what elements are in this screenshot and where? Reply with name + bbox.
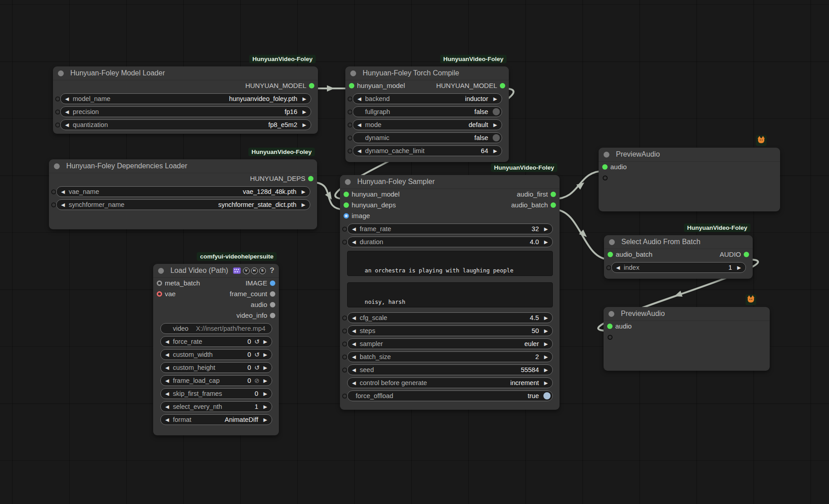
decrement-arrow-icon[interactable] — [352, 365, 356, 375]
widget-socket[interactable] — [342, 394, 347, 399]
widget-frame-rate[interactable]: frame_rate 32 — [347, 224, 553, 234]
increment-arrow-icon[interactable] — [303, 120, 306, 130]
decrement-arrow-icon[interactable] — [65, 107, 69, 117]
widget-socket[interactable] — [342, 240, 347, 245]
widget-fullgraph[interactable]: fullgraph false — [353, 106, 502, 117]
widget-model-name[interactable]: model_name hunyuanvideo_foley.pth — [60, 93, 311, 104]
increment-arrow-icon[interactable] — [544, 352, 548, 362]
widget-synchformer-name[interactable]: synchformer_name synchformer_state_dict.… — [56, 199, 310, 210]
decrement-arrow-icon[interactable] — [352, 237, 356, 247]
negative-prompt-textarea[interactable]: noisy, harsh — [347, 282, 553, 307]
decrement-arrow-icon[interactable] — [165, 376, 169, 386]
node-select-audio-from-batch[interactable]: HunyuanVideo-Foley Select Audio From Bat… — [604, 235, 753, 279]
widget-index[interactable]: index 1 — [611, 262, 746, 273]
empty-input-socket[interactable] — [603, 175, 608, 180]
reset-icon[interactable]: ↺ — [254, 363, 260, 373]
widget-socket[interactable] — [55, 110, 60, 114]
node-status-dot-icon[interactable] — [604, 152, 609, 158]
output-socket-audio[interactable] — [270, 302, 275, 307]
decrement-arrow-icon[interactable] — [165, 389, 169, 399]
decrement-arrow-icon[interactable] — [352, 224, 356, 234]
node-load-video-path[interactable]: comfyui-videohelpersuite Load Video (Pat… — [153, 264, 279, 435]
reset-icon[interactable]: ↺ — [254, 337, 260, 347]
node-sampler[interactable]: HunyuanVideo-Foley Hunyuan-Foley Sampler… — [340, 175, 560, 410]
widget-frame-load-cap[interactable]: frame_load_cap 0 ⊘ — [160, 375, 272, 386]
node-title-bar[interactable]: Hunyuan-Foley Sampler — [340, 175, 560, 189]
output-socket-image[interactable] — [270, 280, 275, 286]
widget-format[interactable]: format AnimateDiff — [160, 414, 272, 425]
widget-socket[interactable] — [606, 265, 611, 270]
widget-socket[interactable] — [342, 342, 347, 346]
input-socket-audio[interactable] — [607, 324, 613, 329]
increment-arrow-icon[interactable] — [264, 402, 267, 412]
increment-arrow-icon[interactable] — [737, 263, 741, 273]
input-socket-audio[interactable] — [602, 164, 608, 170]
decrement-arrow-icon[interactable] — [165, 337, 169, 347]
decrement-arrow-icon[interactable] — [357, 146, 361, 156]
increment-arrow-icon[interactable] — [544, 365, 548, 375]
widget-socket[interactable] — [342, 316, 347, 320]
input-socket-image[interactable] — [344, 213, 349, 219]
widget-steps[interactable]: steps 50 — [347, 325, 553, 336]
increment-arrow-icon[interactable] — [303, 107, 306, 117]
node-dependencies-loader[interactable]: HunyuanVideo-Foley Hunyuan-Foley Depende… — [49, 159, 317, 229]
increment-arrow-icon[interactable] — [264, 363, 267, 373]
node-title-bar[interactable]: PreviewAudio — [604, 307, 770, 321]
widget-socket[interactable] — [51, 202, 56, 207]
widget-socket[interactable] — [342, 329, 347, 333]
widget-socket[interactable] — [348, 149, 353, 153]
decrement-arrow-icon[interactable] — [352, 313, 356, 323]
output-socket-audio-first[interactable] — [551, 192, 556, 197]
decrement-arrow-icon[interactable] — [65, 120, 69, 130]
decrement-arrow-icon[interactable] — [165, 415, 169, 425]
widget-sampler[interactable]: sampler euler — [347, 338, 553, 349]
node-status-dot-icon[interactable] — [54, 163, 60, 169]
widget-video-path[interactable]: video X://insert/path/here.mp4 — [160, 323, 272, 334]
increment-arrow-icon[interactable] — [494, 120, 497, 130]
output-socket-hunyuan-model[interactable] — [500, 83, 505, 88]
widget-dynamo-cache-limit[interactable]: dynamo_cache_limit 64 — [353, 145, 502, 156]
widget-socket[interactable] — [55, 96, 60, 101]
decrement-arrow-icon[interactable] — [352, 326, 356, 336]
node-model-loader[interactable]: HunyuanVideo-Foley Hunyuan-Foley Model L… — [53, 66, 318, 134]
output-socket[interactable] — [308, 176, 313, 181]
increment-arrow-icon[interactable] — [544, 378, 548, 388]
increment-arrow-icon[interactable] — [264, 350, 267, 360]
widget-control-before-generate[interactable]: control before generate increment — [347, 377, 553, 388]
widget-socket[interactable] — [348, 96, 353, 101]
node-status-dot-icon[interactable] — [350, 70, 356, 76]
increment-arrow-icon[interactable] — [264, 415, 267, 425]
node-title-bar[interactable]: Hunyuan-Foley Model Loader — [53, 66, 318, 80]
decrement-arrow-icon[interactable] — [61, 187, 65, 197]
help-icon[interactable]: ? — [270, 264, 274, 277]
no-limit-icon[interactable]: ⊘ — [254, 376, 260, 386]
increment-arrow-icon[interactable] — [544, 326, 548, 336]
node-title-bar[interactable]: Hunyuan-Foley Dependencies Loader — [49, 159, 317, 173]
decrement-arrow-icon[interactable] — [352, 339, 356, 349]
widget-socket[interactable] — [342, 227, 347, 232]
widget-select-every-nth[interactable]: select_every_nth 1 — [160, 401, 272, 412]
input-socket-hunyuan-model[interactable] — [349, 83, 354, 88]
increment-arrow-icon[interactable] — [264, 337, 267, 347]
widget-dynamic[interactable]: dynamic false — [353, 132, 502, 143]
increment-arrow-icon[interactable] — [544, 339, 548, 349]
decrement-arrow-icon[interactable] — [352, 352, 356, 362]
decrement-arrow-icon[interactable] — [165, 402, 169, 412]
widget-custom-height[interactable]: custom_height 0 ↺ — [160, 362, 272, 373]
toggle-knob[interactable] — [493, 108, 500, 115]
output-socket-video-info[interactable] — [270, 313, 275, 318]
increment-arrow-icon[interactable] — [544, 237, 548, 247]
widget-socket[interactable] — [342, 355, 347, 359]
widget-batch-size[interactable]: batch_size 2 — [347, 351, 553, 362]
output-socket-audio-batch[interactable] — [551, 202, 556, 208]
node-status-dot-icon[interactable] — [609, 311, 614, 317]
widget-cfg-scale[interactable]: cfg_scale 4.5 — [347, 312, 553, 323]
node-preview-audio-2[interactable]: PreviewAudio audio — [604, 307, 770, 371]
widget-precision[interactable]: precision fp16 — [60, 106, 311, 117]
widget-force-rate[interactable]: force_rate 0 ↺ — [160, 336, 272, 347]
input-socket-vae[interactable] — [157, 291, 162, 297]
output-socket-audio[interactable] — [744, 252, 749, 257]
widget-socket[interactable] — [348, 136, 353, 140]
node-title-bar[interactable]: PreviewAudio — [599, 148, 780, 162]
decrement-arrow-icon[interactable] — [616, 263, 620, 273]
